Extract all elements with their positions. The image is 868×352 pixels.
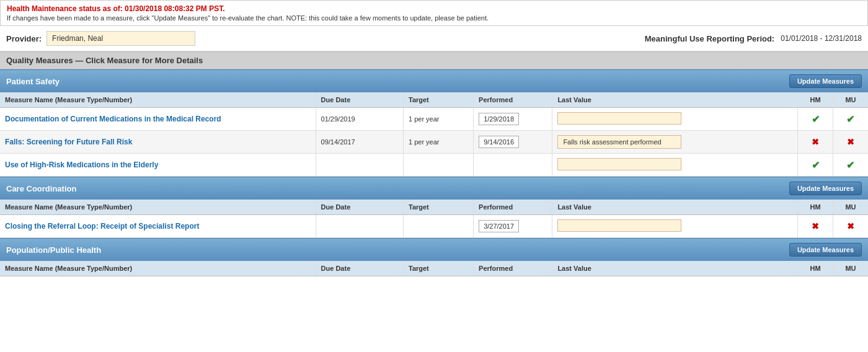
col-header-0: Measure Name (Measure Type/Number) xyxy=(0,200,316,215)
col-header-3: Performed xyxy=(474,261,552,276)
target-cell xyxy=(403,215,473,238)
provider-input[interactable] xyxy=(46,31,195,46)
last-value-cell xyxy=(552,108,798,131)
performed-value: 3/27/2017 xyxy=(479,220,519,232)
target-cell: 1 per year xyxy=(403,131,473,154)
last-value-cell xyxy=(552,154,798,177)
check-icon: ✔ xyxy=(812,114,820,125)
mu-period-section: Meaningful Use Reporting Period: 01/01/2… xyxy=(645,34,862,43)
mu-period-value: 01/01/2018 - 12/31/2018 xyxy=(781,34,862,43)
hm-cell: ✖ xyxy=(798,131,833,154)
measure-link-2[interactable]: Use of High-Risk Medications in the Elde… xyxy=(5,161,158,169)
table-row: Documentation of Current Medications in … xyxy=(0,108,868,131)
update-measures-btn-care-coordination[interactable]: Update Measures xyxy=(789,182,862,195)
check-icon: ✔ xyxy=(846,114,854,125)
col-header-2: Target xyxy=(403,92,473,108)
hm-cell: ✔ xyxy=(798,108,833,131)
table-row: Closing the Referral Loop: Receipt of Sp… xyxy=(0,215,868,238)
status-line2: If changes have been made to a measure, … xyxy=(7,14,861,22)
category-name-patient-safety: Patient Safety xyxy=(6,77,60,86)
last-value-text xyxy=(557,219,681,232)
col-header-6: MU xyxy=(833,92,868,108)
table-patient-safety: Measure Name (Measure Type/Number)Due Da… xyxy=(0,92,868,177)
due-date-cell xyxy=(316,154,403,177)
hm-cell: ✖ xyxy=(798,215,833,238)
col-header-6: MU xyxy=(833,261,868,276)
status-line1: Health Maintenance status as of: 01/30/2… xyxy=(7,4,861,13)
hm-cell: ✔ xyxy=(798,154,833,177)
check-icon: ✔ xyxy=(846,160,854,170)
col-header-2: Target xyxy=(403,261,473,276)
update-measures-btn-population-public-health[interactable]: Update Measures xyxy=(789,243,862,257)
mu-cell: ✔ xyxy=(833,108,868,131)
due-date-cell xyxy=(316,215,403,238)
update-measures-btn-patient-safety[interactable]: Update Measures xyxy=(789,74,862,88)
due-date-cell: 09/14/2017 xyxy=(316,131,403,154)
category-header-population-public-health: Population/Public Health Update Measures xyxy=(0,238,868,261)
last-value-text: Falls risk assessment performed xyxy=(557,135,681,149)
category-name-population-public-health: Population/Public Health xyxy=(6,245,101,255)
quality-measures-header: Quality Measures — Click Measure for Mor… xyxy=(0,51,868,69)
due-date-cell: 01/29/2019 xyxy=(316,108,403,131)
col-header-1: Due Date xyxy=(316,200,403,215)
col-header-5: HM xyxy=(798,261,833,276)
col-header-6: MU xyxy=(833,200,868,215)
provider-row: Provider: Meaningful Use Reporting Perio… xyxy=(0,26,868,51)
last-value-text xyxy=(557,158,681,170)
cross-icon: ✖ xyxy=(812,137,819,147)
table-population-public-health: Measure Name (Measure Type/Number)Due Da… xyxy=(0,261,868,276)
cross-icon: ✖ xyxy=(812,221,819,231)
table-row: Use of High-Risk Medications in the Elde… xyxy=(0,154,868,177)
categories-container: Patient Safety Update Measures Measure N… xyxy=(0,69,868,276)
table-care-coordination: Measure Name (Measure Type/Number)Due Da… xyxy=(0,200,868,238)
measure-link-1[interactable]: Falls: Screening for Future Fall Risk xyxy=(5,138,132,146)
col-header-5: HM xyxy=(798,92,833,108)
last-value-text xyxy=(557,112,681,125)
col-header-4: Last Value xyxy=(552,92,798,108)
last-value-cell xyxy=(552,215,798,238)
performed-cell: 1/29/2018 xyxy=(474,108,552,131)
measure-link-0[interactable]: Documentation of Current Medications in … xyxy=(5,115,221,123)
status-banner: Health Maintenance status as of: 01/30/2… xyxy=(0,0,868,26)
mu-cell: ✔ xyxy=(833,154,868,177)
category-name-care-coordination: Care Coordination xyxy=(6,184,76,193)
target-cell xyxy=(403,154,473,177)
measure-link-0[interactable]: Closing the Referral Loop: Receipt of Sp… xyxy=(5,222,199,231)
cross-icon: ✖ xyxy=(847,221,854,231)
col-header-1: Due Date xyxy=(316,92,403,108)
cross-icon: ✖ xyxy=(847,137,854,147)
category-header-patient-safety: Patient Safety Update Measures xyxy=(0,69,868,92)
performed-value: 9/14/2016 xyxy=(479,136,519,148)
category-header-care-coordination: Care Coordination Update Measures xyxy=(0,177,868,200)
col-header-0: Measure Name (Measure Type/Number) xyxy=(0,92,316,108)
col-header-1: Due Date xyxy=(316,261,403,276)
performed-cell: 3/27/2017 xyxy=(474,215,552,238)
col-header-3: Performed xyxy=(474,200,552,215)
col-header-3: Performed xyxy=(474,92,552,108)
performed-cell: 9/14/2016 xyxy=(474,131,552,154)
col-header-5: HM xyxy=(798,200,833,215)
performed-cell xyxy=(474,154,552,177)
col-header-0: Measure Name (Measure Type/Number) xyxy=(0,261,316,276)
last-value-cell: Falls risk assessment performed xyxy=(552,131,798,154)
col-header-4: Last Value xyxy=(552,261,798,276)
performed-value: 1/29/2018 xyxy=(479,113,519,125)
col-header-4: Last Value xyxy=(552,200,798,215)
check-icon: ✔ xyxy=(812,160,820,170)
mu-cell: ✖ xyxy=(833,131,868,154)
col-header-2: Target xyxy=(403,200,473,215)
mu-cell: ✖ xyxy=(833,215,868,238)
table-row: Falls: Screening for Future Fall Risk09/… xyxy=(0,131,868,154)
provider-label: Provider: xyxy=(6,34,42,43)
mu-period-label: Meaningful Use Reporting Period: xyxy=(645,34,774,43)
target-cell: 1 per year xyxy=(403,108,473,131)
